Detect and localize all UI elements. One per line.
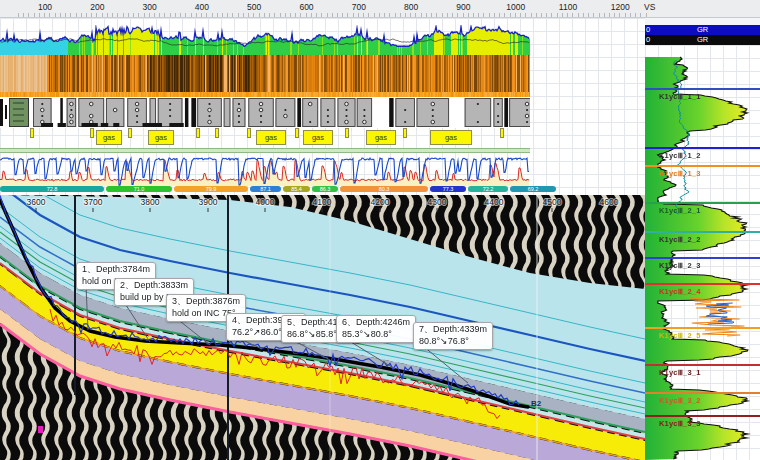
quality-segment: 80.3 [340,186,428,192]
quality-segment: 71.0 [106,186,172,192]
quality-segment: 69.2 [510,186,556,192]
gr-color-fill-track[interactable] [0,25,530,55]
zone-label: K1ycⅢ_2_5 [659,331,701,340]
zone-label: K1ycⅢ_2_3 [659,261,701,270]
marker-magenta [38,426,43,433]
log-track-area[interactable]: gasgasgasgasgasgas 72.871.079.987.185.48… [0,18,645,195]
ruler-tick-label: 200 [90,2,104,12]
zone-boundary-line [645,364,760,366]
ruler-tick-label: 900 [456,2,470,12]
zone-boundary-line [645,392,760,394]
depth-ruler-label: 3900 [199,197,218,207]
ruler-tick-label: 1200 [611,2,630,12]
ruler-tick-label: 400 [195,2,209,12]
gas-show-tick [500,128,504,138]
zone-label: K1ycⅢ_3_1 [659,368,701,377]
quality-segment: 77.3 [430,186,466,192]
zone-boundary-line [645,415,760,417]
gas-show-track[interactable]: gasgasgasgasgasgas [0,128,530,148]
quality-segment: 85.4 [283,186,310,192]
annotation-line-1: 3、Depth:3876m [172,296,240,308]
zone-label: K1ycⅢ_3_2 [659,396,701,405]
vs-unit-label: VS [644,2,655,12]
zone-boundary-line [645,202,760,204]
gas-show-tick [215,128,219,138]
depth-ruler-label: 4100 [313,197,332,207]
zone-label: K1ycⅢ_2_2 [659,235,701,244]
zone-label: K1ycⅢ_1_3 [659,169,701,178]
ruler-tick-label: 300 [143,2,157,12]
ruler-tick-label: 800 [404,2,418,12]
borehole-image-track[interactable] [0,55,530,97]
zone-boundary-line [645,231,760,233]
target-b2-label: B2 [531,399,542,408]
annotation-line-1: 1、Depth:3784m [82,264,150,276]
lithology-track[interactable] [0,97,530,128]
zone-label: K1ycⅢ_2_4 [659,287,701,296]
gas-show-tick [345,128,349,138]
ruler-tick-label: 100 [38,2,52,12]
annotation-line-1: 2、Depth:3833m [120,280,188,292]
gas-show-box: gas [303,130,333,145]
quality-segment: 87.1 [250,186,281,192]
depth-ruler-label: 4200 [371,197,390,207]
quality-segment: 72.8 [0,186,104,192]
quality-segment-bar: 72.871.079.987.185.486.380.377.372.269.2 [0,186,558,193]
gas-show-box: gas [366,130,396,145]
ruler-tick-label: 700 [352,2,366,12]
gas-show-tick [196,128,200,138]
annotation-line-1: 6、Depth:4246m [342,317,410,329]
depth-ruler-label: 4600 [600,197,619,207]
depth-annotation-callout[interactable]: 6、Depth:4246m85.3°↘80.8° [336,315,416,343]
gr-header-title: GR [645,35,760,45]
gas-show-tick [128,128,132,138]
depth-ruler-label: 4500 [543,197,562,207]
ruler-tick-label: 1100 [559,2,577,12]
gr-panel-body[interactable]: K1ycⅢ_1_1K1ycⅢ_1_2K1ycⅢ_1_3K1ycⅢ_2_1K1yc… [645,45,760,460]
zone-label: K1ycⅢ_3_3 [659,419,701,428]
ruler-tick-label: 600 [299,2,313,12]
zone-label: K1ycⅢ_1_1 [659,92,701,101]
zone-boundary-line [645,147,760,149]
gas-show-tick [403,128,407,138]
ruler-tick-label: 500 [247,2,261,12]
depth-ruler-label: 4400 [485,197,504,207]
geosteering-app: 100200300400500600700800900100011001200 … [0,0,760,460]
annotation-line-1: 7、Depth:4339m [419,324,487,336]
gas-show-box: gas [430,130,472,145]
zone-boundary-line [645,165,760,167]
log-curve-track[interactable] [0,153,530,186]
depth-annotation-callout[interactable]: 7、Depth:4339m80.8°↘76.8° [413,322,493,350]
depth-ruler-label: 4300 [428,197,447,207]
gas-show-box: gas [148,130,174,145]
gas-show-tick [30,128,34,138]
gr-side-panel[interactable]: 0 GR 0 GR K1ycⅢ_1_1K1ycⅢ_1_2K1ycⅢ_1_3K1y… [645,25,760,460]
depth-ruler-label: 3600 [27,197,46,207]
gas-show-box: gas [96,130,122,145]
gr-header-row-2: 0 GR [645,35,760,45]
annotation-line-2: 80.8°↘76.8° [419,336,487,348]
quality-segment: 72.2 [468,186,508,192]
zone-boundary-line [645,283,760,285]
zone-label: K1ycⅢ_2_1 [659,206,701,215]
gr-header-title: GR [645,25,760,35]
gas-show-tick [247,128,251,138]
gas-show-tick [295,128,299,138]
depth-ruler-label: 3700 [84,197,103,207]
quality-segment: 86.3 [312,186,338,192]
vs-ruler: 100200300400500600700800900100011001200 … [0,0,760,18]
gas-show-tick [90,128,94,138]
zone-boundary-line [645,327,760,329]
ruler-tick-label: 1000 [506,2,525,12]
zone-label: K1ycⅢ_1_2 [659,151,701,160]
zone-boundary-line [645,88,760,90]
annotation-line-2: 85.3°↘80.8° [342,329,410,341]
quality-segment: 79.9 [174,186,248,192]
depth-ruler-label: 3800 [141,197,160,207]
gas-show-box: gas [256,130,286,145]
depth-ruler-label: 4000 [256,197,275,207]
gr-header-row-1: 0 GR [645,25,760,35]
vs-ruler-minor-ticks [18,13,648,17]
zone-boundary-line [645,257,760,259]
